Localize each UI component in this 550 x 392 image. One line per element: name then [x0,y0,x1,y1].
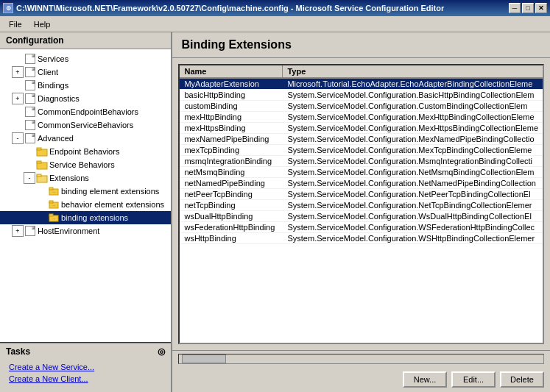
config-header: Configuration [0,32,171,49]
tree-item-commonservice[interactable]: CommonServiceBehaviors [0,118,171,132]
table-row[interactable]: customBindingSystem.ServiceModel.Configu… [180,101,543,112]
cell-type: System.ServiceModel.Configuration.WSHttp… [283,233,543,243]
table-row[interactable]: netMsmqBindingSystem.ServiceModel.Config… [180,167,543,178]
table-row[interactable]: mexHttpBindingSystem.ServiceModel.Config… [180,112,543,123]
table-row[interactable]: mexNamedPipeBindingSystem.ServiceModel.C… [180,134,543,145]
table-row[interactable]: wsHttpBindingSystem.ServiceModel.Configu… [180,233,543,244]
cell-type: System.ServiceModel.Configuration.Custom… [283,101,543,111]
create-service-link[interactable]: Create a New Service... [9,363,162,371]
tasks-header[interactable]: Tasks ◎ [0,343,171,360]
tree-item-bindings[interactable]: Bindings [0,79,171,92]
tree-toggle-bindingelext [35,185,47,197]
page-icon-client [24,66,36,78]
app-icon: ⚙ [3,3,13,13]
table-row[interactable]: wsDualHttpBindingSystem.ServiceModel.Con… [180,211,543,222]
tree-item-diagnostics[interactable]: + Diagnostics [0,92,171,105]
tree-item-endpointbehaviors[interactable]: Endpoint Behaviors [0,145,171,158]
tree-toggle-bindingext [35,212,47,224]
tree-item-servicebehaviors[interactable]: Service Behaviors [0,158,171,171]
tree-toggle-advanced[interactable]: - [12,132,24,144]
page-icon-diagnostics [24,93,36,104]
tree-toggle-extensions[interactable]: - [24,172,35,184]
maximize-button[interactable]: □ [522,3,534,13]
cell-name: mexHttpBinding [180,112,283,122]
config-tree: Services + Client Bindings + Di [0,49,171,342]
col-type[interactable]: Type [283,65,543,77]
cell-type: System.ServiceModel.Configuration.MexHtt… [283,123,543,133]
table-body: MyAdapterExtensionMicrosoft.Tutorial.Ech… [180,79,543,343]
minimize-button[interactable]: ─ [509,3,521,13]
cell-type: System.ServiceModel.Configuration.NetMsm… [283,167,543,177]
table-row[interactable]: mexHttpsBindingSystem.ServiceModel.Confi… [180,123,543,134]
create-client-link[interactable]: Create a New Client... [9,374,162,383]
cell-name: basicHttpBinding [180,90,283,100]
tree-item-behaviorelext[interactable]: → behavior element extensions [0,198,171,211]
cell-name: wsFederationHttpBinding [180,222,283,232]
cell-name: netMsmqBinding [180,167,283,177]
delete-button[interactable]: Delete [500,371,544,388]
tasks-panel: Tasks ◎ Create a New Service... Create a… [0,342,171,392]
close-button[interactable]: ✕ [535,3,547,13]
cell-name: wsHttpBinding [180,233,283,243]
title-bar: ⚙ C:\WINNT\Microsoft.NET\Framework\v2.0.… [0,0,550,16]
cell-name: netNamedPipeBinding [180,178,283,188]
tree-toggle-commonservice [12,119,24,131]
svg-rect-3 [37,161,41,163]
table-row[interactable]: wsFederationHttpBindingSystem.ServiceMod… [180,222,543,233]
tree-toggle-endpointbehaviors [24,146,35,157]
table-row[interactable]: msmqIntegrationBindingSystem.ServiceMode… [180,156,543,167]
folder-icon-bindingelext: → [48,185,60,197]
tree-toggle-commonendpoint [12,106,24,118]
cell-name: netTcpBinding [180,200,283,210]
tree-item-client[interactable]: + Client [0,65,171,79]
cell-type: System.ServiceModel.Configuration.NetNam… [283,178,543,188]
tree-item-bindingext[interactable]: → binding extensions [0,211,171,224]
main-layout: Configuration Services + Client [0,32,550,392]
tree-item-hostenvironment[interactable]: + HostEnvironment [0,224,171,238]
tasks-collapse-icon: ◎ [158,346,165,357]
page-icon-advanced [24,132,36,144]
tree-item-extensions[interactable]: - Extensions [0,171,171,185]
cell-type: Microsoft.Tutorial.EchoAdapter.EchoAdapt… [283,79,543,89]
table-row[interactable]: netNamedPipeBindingSystem.ServiceModel.C… [180,178,543,189]
cell-type: System.ServiceModel.Configuration.MexNam… [283,134,543,144]
tree-item-advanced[interactable]: - Advanced [0,132,171,145]
page-icon-bindings [24,79,36,91]
cell-type: System.ServiceModel.Configuration.BasicH… [283,90,543,100]
edit-button[interactable]: Edit... [451,371,496,388]
cell-name: mexHttpsBinding [180,123,283,133]
table-row[interactable]: MyAdapterExtensionMicrosoft.Tutorial.Ech… [180,79,543,90]
horizontal-scrollbar[interactable] [178,354,544,364]
menu-bar: File Help [0,16,550,32]
scroll-thumb[interactable] [182,354,226,363]
page-icon-commonservice [24,119,36,131]
table-row[interactable]: netPeerTcpBindingSystem.ServiceModel.Con… [180,189,543,200]
cell-type: System.ServiceModel.Configuration.MsmqIn… [283,156,543,166]
tree-toggle-hostenvironment[interactable]: + [12,225,24,237]
tree-item-bindingelext[interactable]: → binding element extensions [0,185,171,198]
cell-name: mexNamedPipeBinding [180,134,283,144]
cell-name: mexTcpBinding [180,145,283,155]
table-header: Name Type [180,65,543,79]
menu-help[interactable]: Help [28,18,57,30]
col-name[interactable]: Name [180,65,283,77]
cell-name: customBinding [180,101,283,111]
tree-item-services[interactable]: Services [0,52,171,65]
svg-rect-5 [37,174,41,177]
new-button[interactable]: New... [403,371,447,388]
page-icon-commonendpoint [24,106,36,118]
binding-extensions-table: Name Type MyAdapterExtensionMicrosoft.Tu… [178,64,544,344]
menu-file[interactable]: File [3,18,28,30]
tree-toggle-services [12,53,24,65]
cell-name: msmqIntegrationBinding [180,156,283,166]
svg-text:→: → [52,190,57,195]
left-panel: Configuration Services + Client [0,32,172,392]
table-row[interactable]: netTcpBindingSystem.ServiceModel.Configu… [180,200,543,211]
tree-toggle-client[interactable]: + [12,66,24,78]
table-row[interactable]: mexTcpBindingSystem.ServiceModel.Configu… [180,145,543,156]
tree-item-commonendpoint[interactable]: CommonEndpointBehaviors [0,105,171,118]
table-row[interactable]: basicHttpBindingSystem.ServiceModel.Conf… [180,90,543,101]
tree-toggle-diagnostics[interactable]: + [12,93,24,104]
folder-icon-endpointbehaviors [36,146,48,157]
folder-icon-bindingext: → [48,212,60,224]
